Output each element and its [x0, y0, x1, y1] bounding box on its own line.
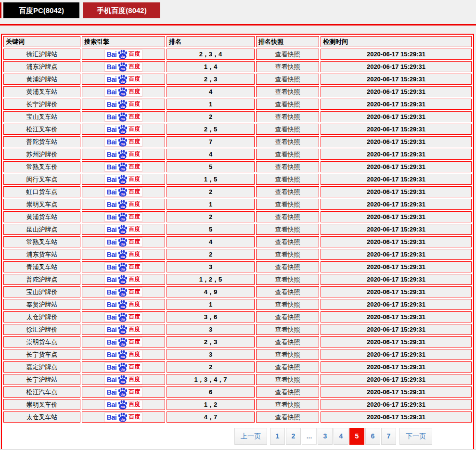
engine-cell: Bai du 百度 [82, 349, 165, 360]
baidu-logo-du-text: du [121, 167, 125, 171]
pagination-page-2[interactable]: 2 [286, 428, 301, 445]
view-snapshot-link[interactable]: 查看快照 [256, 74, 319, 85]
view-snapshot-link[interactable]: 查看快照 [256, 399, 319, 410]
engine-cell: Bai du 百度 [82, 224, 165, 235]
pagination-prev-button[interactable]: 上一页 [234, 428, 267, 445]
view-snapshot-link[interactable]: 查看快照 [256, 86, 319, 97]
table-row: 普陀货车站 Bai du 百度 7 查看快照 2020-06- [3, 136, 472, 147]
baidu-paw-icon: du [117, 250, 128, 259]
view-snapshot-link[interactable]: 查看快照 [256, 361, 319, 373]
view-snapshot-link[interactable]: 查看快照 [256, 224, 319, 235]
view-snapshot-link[interactable]: 查看快照 [256, 311, 319, 322]
view-snapshot-link[interactable]: 查看快照 [256, 274, 319, 285]
pagination-ellipsis: ... [302, 428, 317, 445]
view-snapshot-link[interactable]: 查看快照 [256, 261, 319, 272]
baidu-logo-du-text: du [121, 67, 125, 71]
pagination-page-3[interactable]: 3 [318, 428, 333, 445]
engine-cell: Bai du 百度 [82, 411, 165, 423]
view-snapshot-link[interactable]: 查看快照 [256, 136, 319, 147]
view-snapshot-link[interactable]: 查看快照 [256, 61, 319, 72]
baidu-logo-bai-text: Bai [107, 101, 116, 108]
baidu-logo-cn-text: 百度 [129, 300, 140, 309]
tab-baidu-pc[interactable]: 百度PC(8042) [3, 2, 79, 18]
baidu-logo-cn-text: 百度 [129, 225, 140, 233]
pagination-page-1[interactable]: 1 [270, 428, 285, 445]
table-row: 浦东沪牌点 Bai du 百度 1，4 查看快照 2020-0 [3, 61, 472, 72]
baidu-logo: Bai du 百度 [104, 137, 142, 147]
baidu-logo-bai-text: Bai [107, 276, 116, 283]
rank-cell: 4，7 [167, 411, 255, 423]
engine-cell: Bai du 百度 [82, 324, 165, 335]
view-snapshot-link[interactable]: 查看快照 [256, 211, 319, 222]
view-snapshot-link[interactable]: 查看快照 [256, 336, 319, 347]
keyword-cell: 嘉定沪牌点 [3, 361, 80, 373]
view-snapshot-link[interactable]: 查看快照 [256, 374, 319, 385]
view-snapshot-link[interactable]: 查看快照 [256, 411, 319, 423]
pagination-page-4[interactable]: 4 [334, 428, 348, 445]
keyword-cell: 普陀沪牌点 [3, 274, 80, 285]
baidu-logo-bai-text: Bai [107, 363, 116, 371]
tab-bar-left-accent [0, 2, 1, 18]
view-snapshot-link[interactable]: 查看快照 [256, 174, 319, 185]
baidu-logo-cn-text: 百度 [129, 100, 140, 108]
view-snapshot-link[interactable]: 查看快照 [256, 249, 319, 260]
baidu-logo-du-text: du [121, 305, 125, 309]
check-time-cell: 2020-06-17 15:29:31 [321, 411, 472, 423]
baidu-logo-cn-text: 百度 [129, 250, 140, 258]
table-row: 奉贤沪牌站 Bai du 百度 1 查看快照 2020-06- [3, 299, 472, 310]
baidu-logo-bai-text: Bai [107, 63, 116, 71]
baidu-paw-icon: du [117, 337, 128, 347]
view-snapshot-link[interactable]: 查看快照 [256, 111, 319, 122]
view-snapshot-link[interactable]: 查看快照 [256, 49, 319, 60]
pagination-next-button[interactable]: 下一页 [399, 428, 432, 445]
pagination-page-7[interactable]: 7 [381, 428, 396, 445]
baidu-paw-icon: du [117, 275, 128, 284]
table-row: 松江汽车点 Bai du 百度 6 查看快照 2020-06- [3, 386, 472, 398]
table-row: 黄浦货车站 Bai du 百度 2 查看快照 2020-06- [3, 211, 472, 222]
keyword-cell: 浦东沪牌点 [3, 61, 80, 72]
view-snapshot-link[interactable]: 查看快照 [256, 99, 319, 110]
baidu-logo-bai-text: Bai [107, 226, 116, 233]
check-time-cell: 2020-06-17 15:29:31 [321, 174, 472, 185]
engine-cell: Bai du 百度 [82, 149, 165, 160]
view-snapshot-link[interactable]: 查看快照 [256, 349, 319, 360]
view-snapshot-link[interactable]: 查看快照 [256, 236, 319, 247]
baidu-logo-cn-text: 百度 [129, 88, 140, 96]
rank-cell: 3，6 [167, 311, 255, 322]
keyword-cell: 长宁沪牌站 [3, 374, 80, 385]
view-snapshot-link[interactable]: 查看快照 [256, 386, 319, 398]
baidu-logo-du-text: du [121, 317, 125, 321]
pagination-page-5[interactable]: 5 [349, 428, 364, 445]
check-time-cell: 2020-06-17 15:29:31 [321, 136, 472, 147]
view-snapshot-link[interactable]: 查看快照 [256, 299, 319, 310]
engine-cell: Bai du 百度 [82, 111, 165, 122]
tab-baidu-mobile[interactable]: 手机百度(8042) [83, 2, 160, 18]
view-snapshot-link[interactable]: 查看快照 [256, 186, 319, 197]
baidu-logo-cn-text: 百度 [129, 50, 140, 58]
baidu-logo-du-text: du [121, 405, 125, 409]
view-snapshot-link[interactable]: 查看快照 [256, 199, 319, 210]
baidu-logo-cn-text: 百度 [129, 213, 140, 221]
keyword-cell: 太仓叉车站 [3, 411, 80, 423]
engine-cell: Bai du 百度 [82, 211, 165, 222]
engine-cell: Bai du 百度 [82, 86, 165, 97]
view-snapshot-link[interactable]: 查看快照 [256, 286, 319, 297]
view-snapshot-link[interactable]: 查看快照 [256, 161, 319, 172]
baidu-logo-bai-text: Bai [107, 238, 116, 246]
table-row: 青浦叉车站 Bai du 百度 3 查看快照 2020-06- [3, 261, 472, 272]
view-snapshot-link[interactable]: 查看快照 [256, 324, 319, 335]
view-snapshot-link[interactable]: 查看快照 [256, 149, 319, 160]
rank-cell: 1 [167, 199, 255, 210]
baidu-logo: Bai du 百度 [104, 362, 142, 372]
engine-cell: Bai du 百度 [82, 99, 165, 110]
baidu-logo-du-text: du [121, 280, 125, 283]
pagination-page-6[interactable]: 6 [365, 428, 380, 445]
baidu-logo-du-text: du [121, 104, 125, 108]
check-time-cell: 2020-06-17 15:29:31 [321, 86, 472, 97]
check-time-cell: 2020-06-17 15:29:31 [321, 336, 472, 347]
baidu-logo-cn-text: 百度 [129, 350, 140, 359]
view-snapshot-link[interactable]: 查看快照 [256, 124, 319, 135]
baidu-logo-bai-text: Bai [107, 338, 116, 346]
baidu-logo-bai-text: Bai [107, 263, 116, 271]
baidu-logo: Bai du 百度 [104, 125, 142, 134]
